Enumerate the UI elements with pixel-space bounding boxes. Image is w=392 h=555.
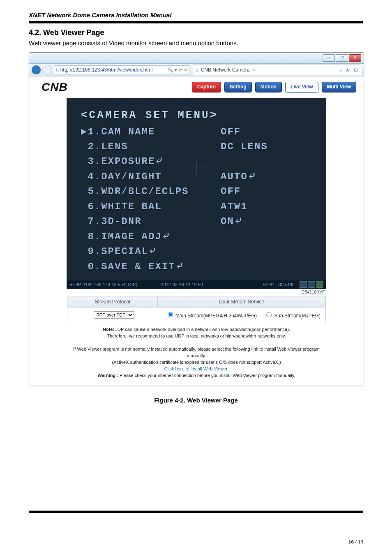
osd-row: 3.EXPOSURE⤶ [81,154,221,169]
top-toolbar: Capture Setting Motion Live View Multi V… [192,82,356,92]
status-codec: H.264, 704x480 [219,282,297,287]
model-label: IDB4110NVF [66,289,327,294]
status-icon-b[interactable] [308,281,315,288]
osd-row: 5.WDR/BLC/ECLPS [81,184,221,199]
refresh-stop-icons[interactable]: ⟳ ✕ [179,67,187,73]
address-bar[interactable]: e http://192.168.123.43/html/view/index.… [54,65,189,74]
status-icon-c[interactable] [316,281,323,288]
motion-button[interactable]: Motion [255,82,282,92]
sub-stream-radio[interactable]: Sub Stream(MJPEG) [264,311,321,319]
video-monitor: <CAMERA SET MENU> ▶1.CAM NAMEOFF 2.LENSD… [67,98,326,289]
tab-title: CNB Network Camera [201,67,250,73]
osd-value: DC LENS [221,139,268,154]
osd-row: ▶1.CAM NAME [81,125,221,139]
col-stream-protocol: Stream Protocol [67,296,158,308]
favorites-icon[interactable]: ★ [345,67,350,73]
back-button[interactable]: ← [32,65,41,74]
tools-icon[interactable]: ⚙ [353,67,358,73]
info-notes: Note:UDP can cause a network overload in… [67,326,326,379]
brand-logo: CNB [42,81,68,94]
status-icon-a[interactable] [300,281,307,288]
osd-row: 6.WHITE BAL [81,199,221,214]
footer-rule [29,511,363,513]
osd-menu: <CAMERA SET MENU> ▶1.CAM NAMEOFF 2.LENSD… [67,98,326,280]
section-title: 4.2. Web Viewer Page [29,28,363,37]
browser-window: — ▢ x ← → e http://192.168.123.43/html/v… [29,52,364,386]
header-rule [29,21,363,23]
capture-button[interactable]: Capture [192,82,221,92]
address-url: http://192.168.123.43/html/view/index.ht… [60,67,153,73]
main-stream-radio[interactable]: Main Stream(MPEG4/H.264/MJPEG) [166,311,257,319]
osd-value: OFF [221,125,241,139]
status-stream-url: RTSP://192.168.123.43:554(TCP) [69,282,145,287]
maximize-button[interactable]: ▢ [336,54,348,62]
stream-protocol-select[interactable]: RTP over TCP [94,311,134,319]
osd-title: <CAMERA SET MENU> [81,107,318,124]
close-button[interactable]: x [349,54,361,62]
globe-icon: e [56,67,59,73]
install-link[interactable]: Click here to install Web Viewer. [67,366,326,372]
osd-row: 0.SAVE & EXIT⤶ [81,259,221,274]
setting-button[interactable]: Setting [224,82,252,92]
navbar: ← → e http://192.168.123.43/html/view/in… [29,64,364,76]
video-status-bar: RTSP://192.168.123.43:554(TCP) 2012-03-2… [67,280,326,289]
minimize-button[interactable]: — [323,54,335,62]
col-dual-stream: Dual Stream Service [158,296,326,308]
osd-row: 9.SPECIAL⤶ [81,244,221,259]
page-content: CNB Capture Setting Motion Live View Mul… [29,76,364,386]
options-panel: Stream Protocol Dual Stream Service RTP … [67,296,326,322]
osd-value: ON⤶ [221,214,243,229]
tab-close-icon[interactable]: ✕ [252,68,255,72]
osd-value: OFF [221,184,241,199]
osd-value: ATW1 [221,199,248,214]
multi-view-button[interactable]: Multi View [322,82,356,92]
osd-row: 2.LENS [81,139,221,154]
status-timestamp: 2012-03-26 12:19:50 [145,282,220,287]
search-glyph: 🔍 ▾ [168,67,177,73]
osd-value: AUTO⤶ [221,169,257,184]
intro-text: Web viewer page consists of Video monito… [29,39,363,46]
osd-row: 8.IMAGE ADJ⤶ [81,229,221,244]
osd-row: 4.DAY/NIGHT [81,169,221,184]
tab-favicon: e [196,67,198,73]
browser-tab[interactable]: e CNB Network Camera ✕ ⌂ ★ ⚙ [193,65,361,75]
figure-caption: Figure 4-2. Web Viewer Page [29,397,363,404]
doc-header: XNET Network Dome Camera Installation Ma… [29,12,363,20]
forward-button[interactable]: → [42,65,52,75]
live-view-button[interactable]: Live View [285,82,318,92]
home-icon[interactable]: ⌂ [339,67,342,73]
osd-row: 7.3D-DNR [81,214,221,229]
titlebar: — ▢ x [29,53,364,64]
page-number: 16 / 19 [348,539,363,545]
